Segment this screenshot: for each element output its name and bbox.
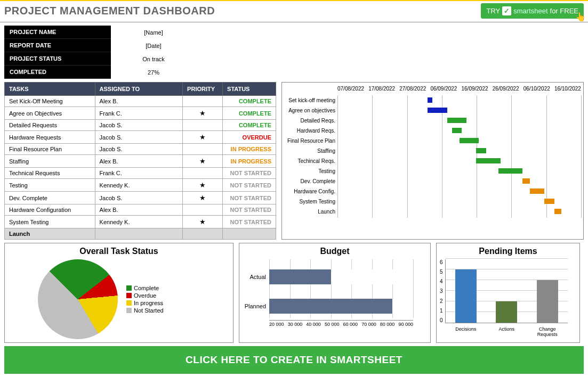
pending-bar	[496, 301, 517, 323]
gantt-label: Staffing	[284, 148, 337, 154]
gantt-label: Detailed Reqs.	[284, 118, 337, 124]
gantt-chart: 07/08/202217/08/202227/08/202206/09/2022…	[281, 82, 584, 240]
assigned-cell: Kennedy K.	[95, 216, 183, 228]
budget-title: Budget	[243, 247, 427, 256]
pie-chart-box: Overall Task Status CompleteOverdueIn pr…	[4, 243, 233, 343]
gantt-bar	[460, 138, 479, 143]
try-suffix: for FREE	[550, 7, 578, 15]
budget-tick: 60 000	[343, 322, 358, 327]
gantt-bar	[428, 97, 432, 103]
check-icon: ✓	[502, 6, 511, 15]
priority-cell: ★	[183, 107, 223, 120]
budget-tick: 40 000	[306, 322, 321, 327]
pie-chart	[38, 259, 118, 339]
gantt-bar	[498, 168, 523, 174]
status-cell: NOT STARTED	[223, 192, 276, 204]
table-row: System Testing Kennedy K. ★ NOT STARTED	[5, 216, 276, 228]
priority-cell	[183, 120, 223, 131]
try-prefix: TRY	[486, 7, 500, 15]
budget-tick: 30 000	[288, 322, 303, 327]
gantt-label: Launch	[284, 209, 337, 215]
value-completed: 27%	[111, 69, 196, 76]
priority-cell	[183, 96, 223, 107]
status-cell: COMPLETE	[223, 96, 276, 107]
legend-item: Complete	[126, 285, 164, 291]
pending-bars: Decisions Actions Change Requests	[445, 259, 568, 323]
gantt-label: Techincal Reqs.	[284, 158, 337, 164]
task-cell: Technical Requests	[5, 168, 95, 179]
label-report-date: REPORT DATE	[4, 39, 111, 52]
table-row: Set Kick-Off Meeting Alex B. COMPLETE	[5, 96, 276, 107]
task-cell: Dev. Complete	[5, 192, 95, 204]
legend-item: In progress	[126, 300, 164, 306]
gantt-row: Detailed Reqs.	[284, 116, 581, 126]
create-smartsheet-button[interactable]: CLICK HERE TO CREATE IN SMARTSHEET	[4, 346, 584, 374]
task-cell: Staffing	[5, 155, 95, 168]
legend-swatch	[126, 300, 132, 306]
launch-row: Launch	[5, 228, 276, 240]
status-cell: IN PROGRESS	[223, 144, 276, 155]
task-cell: Hardware Requests	[5, 131, 95, 144]
gantt-label: System Testing	[284, 199, 337, 204]
assigned-cell: Jacob S.	[95, 192, 183, 204]
table-row: Agree on Objectives Frank C. ★ COMPLETE	[5, 107, 276, 120]
assigned-cell: Jacob S.	[95, 120, 183, 131]
gantt-date: 27/08/2022	[399, 86, 426, 92]
th-tasks: TASKS	[5, 83, 95, 96]
legend-item: Not Started	[126, 307, 164, 314]
pending-ytick: 6	[440, 259, 443, 265]
gantt-label: Hardware Config.	[284, 188, 337, 194]
gantt-label: Testing	[284, 168, 337, 174]
gantt-date: 17/08/2022	[368, 86, 395, 92]
pending-bar-label: Decisions	[447, 326, 485, 332]
priority-cell: ★	[183, 216, 223, 228]
gantt-row: Techincal Reqs.	[284, 156, 581, 166]
gantt-row: System Testing	[284, 196, 581, 207]
gantt-date: 16/10/2022	[554, 86, 581, 92]
gantt-row: Launch	[284, 207, 581, 217]
gantt-label: Final Resource Plan	[284, 138, 337, 144]
status-cell: COMPLETE	[223, 120, 276, 131]
pie-legend: CompleteOverdueIn progressNot Started	[126, 284, 164, 315]
priority-cell: ★	[183, 131, 223, 144]
gantt-date: 26/09/2022	[493, 86, 519, 92]
pending-bar-label: Change Requests	[529, 326, 566, 337]
pending-ytick: 1	[440, 308, 443, 314]
cursor-icon: 👆	[575, 12, 586, 22]
status-cell: IN PROGRESS	[223, 155, 276, 168]
table-row: Staffing Alex B. ★ IN PROGRESS	[5, 155, 276, 168]
table-row: Technical Requests Frank C. NOT STARTED	[5, 168, 276, 179]
assigned-cell: Alex B.	[95, 204, 183, 216]
priority-cell: ★	[183, 155, 223, 168]
priority-cell	[183, 144, 223, 155]
legend-item: Overdue	[126, 292, 164, 299]
pending-bar-group: Decisions	[450, 269, 482, 323]
assigned-cell: Frank C.	[95, 168, 183, 179]
pending-bar-label: Actions	[488, 326, 525, 332]
status-cell: NOT STARTED	[223, 216, 276, 228]
assigned-cell: Frank C.	[95, 107, 183, 120]
gantt-bar	[428, 108, 447, 113]
table-row: Final Resource Plan Jacob S. IN PROGRESS	[5, 144, 276, 155]
budget-label-actual: Actual	[243, 274, 269, 280]
divider	[0, 22, 588, 22]
project-meta: PROJECT NAME [Name] REPORT DATE [Date] P…	[4, 26, 588, 79]
assigned-cell: Jacob S.	[95, 144, 183, 155]
gantt-label: Hardward Reqs.	[284, 128, 337, 134]
pending-chart-box: Pending Items 6543210 Decisions Actions …	[436, 243, 580, 343]
budget-tick: 90 000	[398, 322, 413, 327]
task-cell: Agree on Objectives	[5, 107, 95, 120]
gantt-bar	[476, 148, 486, 153]
try-brand: smartsheet	[513, 7, 547, 15]
try-smartsheet-button[interactable]: TRY ✓ smartsheet for FREE 👆	[481, 3, 584, 19]
assigned-cell: Alex B.	[95, 155, 183, 168]
legend-label: In progress	[134, 300, 163, 306]
gantt-bar	[530, 188, 544, 194]
gantt-date: 06/09/2022	[430, 86, 457, 92]
task-cell: Set Kick-Off Meeting	[5, 96, 95, 107]
status-cell: NOT STARTED	[223, 204, 276, 216]
pending-ytick: 0	[440, 317, 443, 323]
gantt-label: Agree on objectives	[284, 108, 337, 113]
pending-bar	[537, 280, 558, 323]
pending-ytick: 4	[440, 278, 443, 284]
